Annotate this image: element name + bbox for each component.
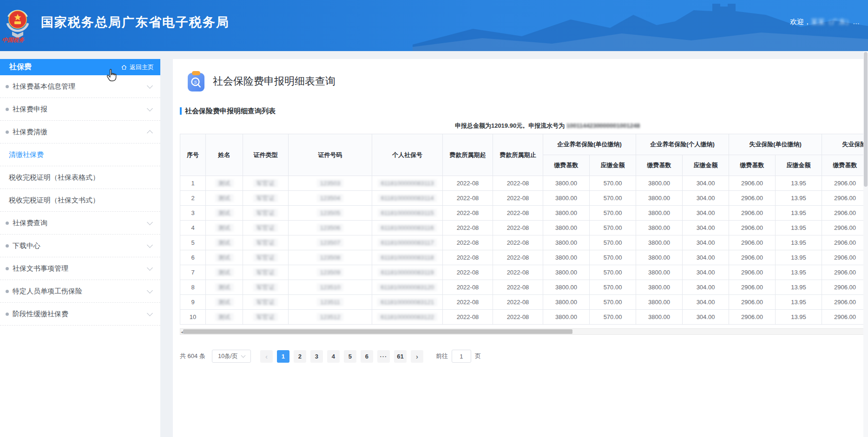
table-cell: 123508 (289, 250, 372, 265)
sidebar-item-download-center[interactable]: 下载中心 (0, 235, 160, 257)
sidebar-item-declare[interactable]: 社保费申报 (0, 98, 160, 121)
table-cell: 3800.00 (543, 250, 590, 265)
vertical-scrollbar-thumb[interactable] (864, 52, 868, 187)
page-button-6[interactable]: 6 (361, 350, 373, 363)
scroll-left-arrow-icon[interactable]: ◂ (181, 330, 183, 334)
page-button-5[interactable]: 5 (344, 350, 356, 363)
cell-value: 13.95 (791, 209, 806, 216)
sidebar-item-pay-social-fee[interactable]: 清缴社保费 (0, 143, 160, 166)
page-button-1[interactable]: 1 (277, 350, 289, 363)
cell-value: 123511 (317, 298, 343, 306)
cell-value: 13.95 (791, 254, 806, 261)
more-pages-ellipsis[interactable]: ··· (377, 350, 390, 363)
page-size-select[interactable]: 10条/页 (212, 350, 251, 363)
table-cell: 2022-08 (443, 250, 493, 265)
chevron-down-icon (241, 353, 245, 358)
cell-value: 2022-08 (457, 180, 479, 187)
cell-value: 13.95 (791, 195, 806, 202)
cell-value: 2906.00 (741, 299, 763, 306)
vertical-scrollbar[interactable] (863, 51, 868, 437)
cell-value: 2022-08 (457, 209, 479, 216)
table-cell: 3800.00 (636, 206, 683, 221)
cell-value: 2 (191, 195, 194, 202)
table-cell: 3800.00 (543, 265, 590, 280)
cell-value: 8 (191, 284, 194, 291)
section-header-row: 社会保险费申报明细查询列表 导出 (180, 104, 868, 117)
cell-value: 2906.00 (741, 239, 763, 246)
sidebar-item-label: 特定人员单项工伤保险 (13, 287, 148, 296)
cell-value: 2906.00 (741, 209, 763, 216)
table-cell: 测试 (206, 235, 243, 250)
bullet-icon (6, 85, 9, 88)
cell-value: 570.00 (604, 284, 622, 291)
sidebar-item-doc-management[interactable]: 社保文书事项管理 (0, 257, 160, 280)
table-cell: 2906.00 (729, 176, 776, 191)
cell-value: 3800.00 (648, 284, 670, 291)
data-table-viewport: 序号 姓名 证件类型 证件号码 个人社保号 费款所属期起 费款所属期止 企业养老… (180, 134, 868, 325)
bullet-icon (6, 267, 9, 270)
table-cell: 6118100000083114 (372, 191, 443, 206)
cell-value: 3800.00 (648, 254, 670, 261)
cell-value: 2906.00 (741, 224, 763, 231)
table-cell: 3800.00 (636, 176, 683, 191)
table-cell: 13.95 (776, 280, 822, 295)
horizontal-scrollbar[interactable]: ◂ ▸ (180, 328, 868, 335)
sidebar-item-tax-cert-doc[interactable]: 税收完税证明（社保文书式） (0, 189, 160, 212)
table-cell: 2022-08 (493, 176, 543, 191)
table-cell: 测试 (206, 280, 243, 295)
prev-page-button[interactable]: ‹ (260, 350, 273, 363)
subcol-base: 缴费基数 (822, 155, 868, 176)
cell-value: 2906.00 (834, 224, 856, 231)
cell-value: 测试 (215, 298, 234, 306)
cell-value: 304.00 (697, 195, 715, 202)
table-body: 1测试军官证12350361181000000831132022-082022-… (180, 176, 868, 325)
cell-value: 测试 (215, 224, 234, 232)
welcome-prefix: 欢迎， (790, 18, 811, 26)
sidebar-item-basic-info[interactable]: 社保费基本信息管理 (0, 75, 160, 98)
next-page-button[interactable]: › (411, 350, 423, 363)
sidebar-item-label: 社保费查询 (13, 219, 148, 228)
cell-value: 军官证 (253, 224, 278, 232)
cell-value: 13.95 (791, 180, 806, 187)
table-cell: 6118100000083122 (372, 310, 443, 325)
sidebar-item-special-injury-insurance[interactable]: 特定人员单项工伤保险 (0, 280, 160, 303)
cell-value: 2022-08 (507, 224, 529, 231)
page-button-61[interactable]: 61 (394, 350, 407, 363)
svg-text:S: S (194, 79, 197, 85)
cell-value: 3800.00 (555, 239, 577, 246)
table-cell: 304.00 (683, 235, 729, 250)
cell-value: 6118100000083121 (377, 298, 437, 306)
cell-value: 军官证 (253, 283, 278, 291)
table-cell: 2906.00 (822, 265, 868, 280)
subcol-base: 缴费基数 (729, 155, 776, 176)
horizontal-scrollbar-thumb[interactable] (183, 329, 572, 334)
cell-value: 2022-08 (457, 254, 479, 261)
return-home-link[interactable]: 返回主页 (121, 63, 154, 72)
page-button-4[interactable]: 4 (327, 350, 340, 363)
goto-page-input[interactable] (452, 350, 471, 363)
sidebar-item-deferred-payment[interactable]: 阶段性缓缴社保费 (0, 303, 160, 326)
chevron-down-icon (147, 310, 153, 316)
sidebar-item-label: 阶段性缓缴社保费 (13, 310, 148, 319)
cell-value: 军官证 (253, 313, 278, 321)
table-cell: 2022-08 (443, 206, 493, 221)
sidebar-item-tax-cert-table[interactable]: 税收完税证明（社保表格式） (0, 166, 160, 189)
cell-value: 3800.00 (555, 299, 577, 306)
table-cell: 2906.00 (822, 176, 868, 191)
page-button-2[interactable]: 2 (294, 350, 306, 363)
page-button-3[interactable]: 3 (310, 350, 323, 363)
table-row: 4测试军官证12350661181000000831162022-082022-… (180, 221, 868, 235)
cell-value: 304.00 (697, 224, 715, 231)
app-header: 中国税务 国家税务总局广东省电子税务局 欢迎，某某（广东）… (0, 0, 868, 51)
cell-value: 2022-08 (507, 313, 529, 320)
cell-value: 3800.00 (648, 299, 670, 306)
cell-value: 军官证 (253, 254, 278, 261)
table-cell: 123507 (289, 235, 372, 250)
table-cell: 2022-08 (493, 265, 543, 280)
table-cell: 测试 (206, 295, 243, 310)
table-cell: 13.95 (776, 176, 822, 191)
table-cell: 13.95 (776, 206, 822, 221)
sidebar-item-settle[interactable]: 社保费清缴 (0, 121, 160, 143)
cell-value: 304.00 (697, 269, 715, 276)
sidebar-item-query[interactable]: 社保费查询 (0, 212, 160, 235)
